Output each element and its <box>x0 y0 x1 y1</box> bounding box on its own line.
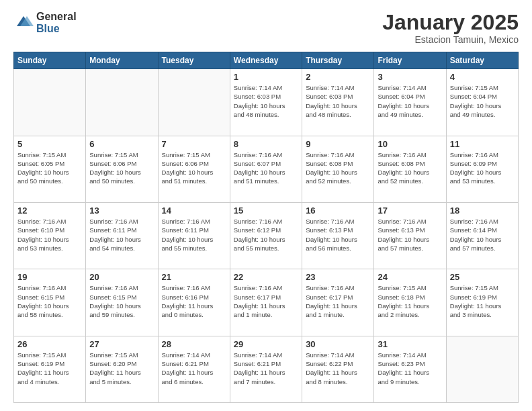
calendar-week-row: 5Sunrise: 7:15 AM Sunset: 6:05 PM Daylig… <box>14 136 519 202</box>
table-row: 19Sunrise: 7:16 AM Sunset: 6:15 PM Dayli… <box>14 269 86 336</box>
table-row: 28Sunrise: 7:14 AM Sunset: 6:21 PM Dayli… <box>158 336 230 402</box>
day-info: Sunrise: 7:16 AM Sunset: 6:17 PM Dayligh… <box>306 283 370 319</box>
page: General Blue January 2025 Estacion Tamui… <box>0 0 532 411</box>
table-row: 29Sunrise: 7:14 AM Sunset: 6:21 PM Dayli… <box>230 336 302 402</box>
calendar-week-row: 19Sunrise: 7:16 AM Sunset: 6:15 PM Dayli… <box>14 269 519 336</box>
col-monday: Monday <box>86 52 158 69</box>
day-number: 29 <box>234 339 298 349</box>
day-number: 20 <box>89 272 154 282</box>
table-row: 6Sunrise: 7:15 AM Sunset: 6:06 PM Daylig… <box>86 136 158 202</box>
day-info: Sunrise: 7:16 AM Sunset: 6:13 PM Dayligh… <box>306 217 370 253</box>
logo-icon <box>13 13 34 33</box>
table-row: 23Sunrise: 7:16 AM Sunset: 6:17 PM Dayli… <box>302 269 374 336</box>
day-info: Sunrise: 7:16 AM Sunset: 6:13 PM Dayligh… <box>378 217 442 253</box>
day-number: 11 <box>450 139 515 149</box>
table-row: 1Sunrise: 7:14 AM Sunset: 6:03 PM Daylig… <box>230 69 302 136</box>
day-number: 16 <box>306 205 370 216</box>
day-number: 17 <box>378 205 442 216</box>
table-row: 27Sunrise: 7:15 AM Sunset: 6:20 PM Dayli… <box>86 336 158 402</box>
day-number: 4 <box>450 72 515 82</box>
day-info: Sunrise: 7:15 AM Sunset: 6:18 PM Dayligh… <box>378 283 442 319</box>
title-section: January 2025 Estacion Tamuin, Mexico <box>382 11 519 45</box>
day-info: Sunrise: 7:16 AM Sunset: 6:08 PM Dayligh… <box>378 150 442 186</box>
day-number: 8 <box>234 139 298 149</box>
calendar-week-row: 12Sunrise: 7:16 AM Sunset: 6:10 PM Dayli… <box>14 202 519 269</box>
day-number: 1 <box>234 72 298 82</box>
day-info: Sunrise: 7:15 AM Sunset: 6:04 PM Dayligh… <box>450 83 515 119</box>
day-number: 30 <box>306 339 370 349</box>
day-info: Sunrise: 7:16 AM Sunset: 6:09 PM Dayligh… <box>450 150 515 186</box>
day-info: Sunrise: 7:16 AM Sunset: 6:07 PM Dayligh… <box>234 150 298 186</box>
day-info: Sunrise: 7:16 AM Sunset: 6:16 PM Dayligh… <box>162 283 226 319</box>
day-number: 10 <box>378 139 442 149</box>
logo: General Blue <box>13 11 77 34</box>
day-number: 25 <box>450 272 515 282</box>
table-row: 25Sunrise: 7:15 AM Sunset: 6:19 PM Dayli… <box>446 269 518 336</box>
day-info: Sunrise: 7:15 AM Sunset: 6:19 PM Dayligh… <box>450 283 515 319</box>
day-info: Sunrise: 7:14 AM Sunset: 6:03 PM Dayligh… <box>234 83 298 119</box>
day-number: 24 <box>378 272 442 282</box>
table-row: 18Sunrise: 7:16 AM Sunset: 6:14 PM Dayli… <box>446 202 518 269</box>
day-info: Sunrise: 7:15 AM Sunset: 6:05 PM Dayligh… <box>17 150 82 186</box>
table-row: 3Sunrise: 7:14 AM Sunset: 6:04 PM Daylig… <box>374 69 446 136</box>
day-number: 2 <box>306 72 370 82</box>
day-number: 31 <box>378 339 442 349</box>
logo-blue-text: Blue <box>36 23 77 35</box>
header: General Blue January 2025 Estacion Tamui… <box>13 11 519 45</box>
table-row: 15Sunrise: 7:16 AM Sunset: 6:12 PM Dayli… <box>230 202 302 269</box>
table-row: 4Sunrise: 7:15 AM Sunset: 6:04 PM Daylig… <box>446 69 518 136</box>
day-info: Sunrise: 7:14 AM Sunset: 6:21 PM Dayligh… <box>162 351 226 386</box>
table-row: 26Sunrise: 7:15 AM Sunset: 6:19 PM Dayli… <box>14 336 86 402</box>
table-row: 17Sunrise: 7:16 AM Sunset: 6:13 PM Dayli… <box>374 202 446 269</box>
day-number: 28 <box>162 339 226 349</box>
col-tuesday: Tuesday <box>158 52 230 69</box>
day-number: 22 <box>234 272 298 282</box>
calendar-table: Sunday Monday Tuesday Wednesday Thursday… <box>13 52 519 403</box>
table-row: 30Sunrise: 7:14 AM Sunset: 6:22 PM Dayli… <box>302 336 374 402</box>
logo-general-text: General <box>36 11 77 23</box>
day-info: Sunrise: 7:16 AM Sunset: 6:14 PM Dayligh… <box>450 217 515 253</box>
day-info: Sunrise: 7:15 AM Sunset: 6:20 PM Dayligh… <box>89 351 154 386</box>
day-info: Sunrise: 7:16 AM Sunset: 6:11 PM Dayligh… <box>162 217 226 253</box>
table-row: 16Sunrise: 7:16 AM Sunset: 6:13 PM Dayli… <box>302 202 374 269</box>
col-saturday: Saturday <box>446 52 518 69</box>
table-row: 20Sunrise: 7:16 AM Sunset: 6:15 PM Dayli… <box>86 269 158 336</box>
table-row: 12Sunrise: 7:16 AM Sunset: 6:10 PM Dayli… <box>14 202 86 269</box>
table-row: 22Sunrise: 7:16 AM Sunset: 6:17 PM Dayli… <box>230 269 302 336</box>
day-info: Sunrise: 7:16 AM Sunset: 6:15 PM Dayligh… <box>89 283 154 319</box>
table-row <box>86 69 158 136</box>
day-number: 23 <box>306 272 370 282</box>
day-info: Sunrise: 7:16 AM Sunset: 6:11 PM Dayligh… <box>89 217 154 253</box>
calendar-week-row: 26Sunrise: 7:15 AM Sunset: 6:19 PM Dayli… <box>14 336 519 402</box>
calendar-week-row: 1Sunrise: 7:14 AM Sunset: 6:03 PM Daylig… <box>14 69 519 136</box>
col-thursday: Thursday <box>302 52 374 69</box>
day-info: Sunrise: 7:16 AM Sunset: 6:08 PM Dayligh… <box>306 150 370 186</box>
day-info: Sunrise: 7:14 AM Sunset: 6:22 PM Dayligh… <box>306 351 370 386</box>
table-row <box>158 69 230 136</box>
calendar-header-row: Sunday Monday Tuesday Wednesday Thursday… <box>14 52 519 69</box>
day-number: 6 <box>89 139 154 149</box>
table-row: 31Sunrise: 7:14 AM Sunset: 6:23 PM Dayli… <box>374 336 446 402</box>
col-sunday: Sunday <box>14 52 86 69</box>
table-row: 24Sunrise: 7:15 AM Sunset: 6:18 PM Dayli… <box>374 269 446 336</box>
day-info: Sunrise: 7:14 AM Sunset: 6:23 PM Dayligh… <box>378 351 442 386</box>
table-row: 7Sunrise: 7:15 AM Sunset: 6:06 PM Daylig… <box>158 136 230 202</box>
day-info: Sunrise: 7:16 AM Sunset: 6:12 PM Dayligh… <box>234 217 298 253</box>
day-number: 13 <box>89 205 154 216</box>
location-subtitle: Estacion Tamuin, Mexico <box>382 34 519 45</box>
day-number: 18 <box>450 205 515 216</box>
day-info: Sunrise: 7:16 AM Sunset: 6:15 PM Dayligh… <box>17 283 82 319</box>
day-number: 21 <box>162 272 226 282</box>
day-number: 12 <box>17 205 82 216</box>
table-row: 11Sunrise: 7:16 AM Sunset: 6:09 PM Dayli… <box>446 136 518 202</box>
day-number: 9 <box>306 139 370 149</box>
table-row: 14Sunrise: 7:16 AM Sunset: 6:11 PM Dayli… <box>158 202 230 269</box>
table-row <box>14 69 86 136</box>
day-info: Sunrise: 7:15 AM Sunset: 6:06 PM Dayligh… <box>89 150 154 186</box>
day-number: 19 <box>17 272 82 282</box>
table-row: 10Sunrise: 7:16 AM Sunset: 6:08 PM Dayli… <box>374 136 446 202</box>
day-number: 15 <box>234 205 298 216</box>
month-title: January 2025 <box>382 11 519 34</box>
day-info: Sunrise: 7:14 AM Sunset: 6:03 PM Dayligh… <box>306 83 370 119</box>
day-number: 7 <box>162 139 226 149</box>
